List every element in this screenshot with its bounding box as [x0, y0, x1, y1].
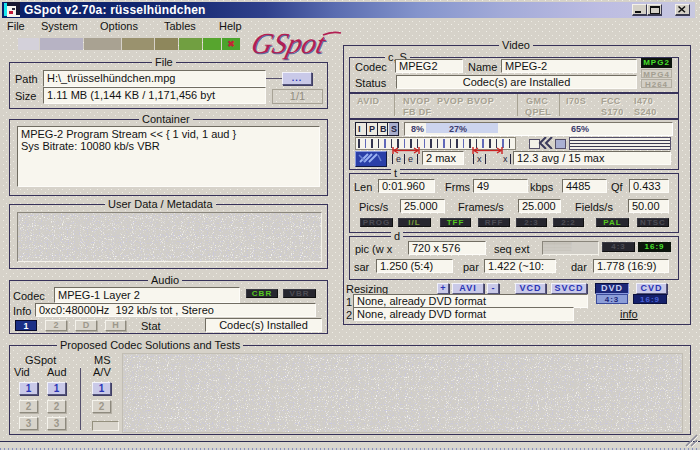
svg-text:GSpot: GSpot	[250, 28, 329, 59]
